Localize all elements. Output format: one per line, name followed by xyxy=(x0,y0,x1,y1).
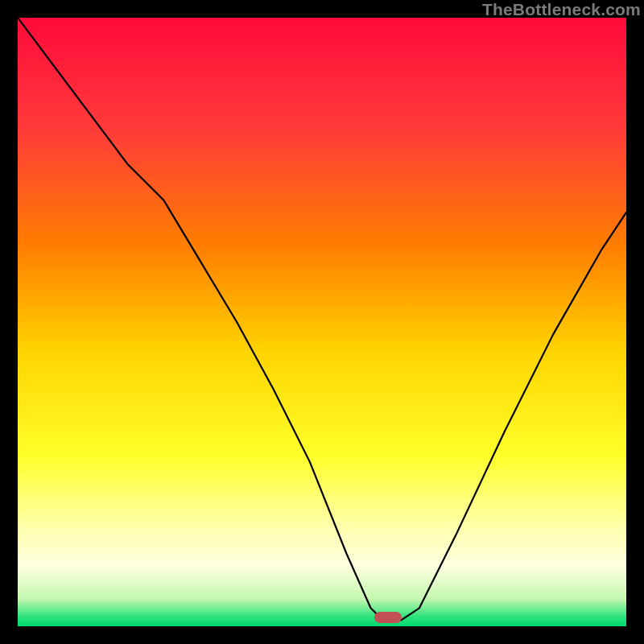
svg-rect-0 xyxy=(18,18,626,626)
chart-frame: TheBottleneck.com xyxy=(0,0,644,644)
optimal-marker xyxy=(374,612,402,623)
plot-area xyxy=(18,18,626,626)
watermark-text: TheBottleneck.com xyxy=(482,0,641,19)
background-gradient xyxy=(18,18,626,626)
